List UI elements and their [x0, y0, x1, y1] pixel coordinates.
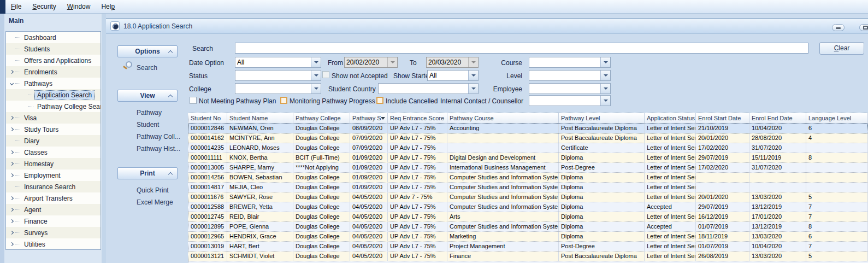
sidebar-item-surveys[interactable]: Surveys — [6, 227, 101, 238]
view-link-pathway-history[interactable]: Pathway Hist... — [137, 145, 180, 153]
include-cancelled-checkbox[interactable] — [376, 97, 383, 104]
sidebar-item-homestay[interactable]: Homestay — [6, 158, 101, 170]
table-row[interactable]: 0000012588BREWER, YettaDouglas College04… — [188, 202, 868, 212]
column-header-enrol-start-date[interactable]: Enrol Start Date — [696, 113, 749, 123]
table-row[interactable]: 0000012745REID, BlairDouglas College04/0… — [188, 212, 868, 222]
dropdown-arrow-icon[interactable] — [600, 96, 610, 106]
column-header-pathway-college[interactable]: Pathway College — [293, 113, 350, 123]
view-section-header[interactable]: View — [117, 90, 178, 102]
collapse-icon[interactable] — [8, 82, 15, 85]
sidebar-item-diary[interactable]: Diary — [6, 135, 101, 147]
column-header-pathway-level[interactable]: Pathway Level — [559, 113, 645, 123]
expand-icon[interactable] — [8, 220, 15, 223]
expand-icon[interactable] — [8, 71, 15, 73]
clear-button[interactable]: Clear — [819, 42, 864, 55]
column-header-req-entrance-score[interactable]: Req Entrance Score — [388, 113, 447, 123]
table-row[interactable]: 0000012846NEWMAN, OrenDouglas College08/… — [188, 124, 868, 133]
sidebar-item-agent[interactable]: Agent — [6, 204, 101, 215]
dropdown-arrow-icon[interactable] — [600, 57, 610, 67]
view-link-student[interactable]: Student — [137, 121, 159, 128]
cell-pathway-course — [447, 143, 559, 153]
sidebar-splitter[interactable] — [102, 14, 106, 263]
menu-item-security[interactable]: Security — [27, 0, 61, 14]
dropdown-arrow-icon[interactable] — [311, 84, 321, 93]
expand-icon[interactable] — [8, 151, 15, 154]
not-meeting-pathway-plan-checkbox[interactable] — [190, 97, 197, 104]
column-header-student-no[interactable]: Student No — [188, 113, 227, 123]
column-header-student-name[interactable]: Student Name — [227, 113, 293, 123]
sidebar-item-insurance-search[interactable]: Insurance Search — [6, 181, 101, 192]
sidebar-item-pathway-college-search[interactable]: Pathway College Search — [6, 101, 101, 112]
menu-item-file[interactable]: File — [5, 0, 27, 14]
table-row[interactable]: 0000013019HART, BertDouglas College04/05… — [188, 242, 868, 252]
search-input[interactable] — [235, 43, 808, 54]
expand-icon[interactable] — [8, 197, 15, 200]
search-action-link[interactable]: Search — [137, 64, 157, 72]
menu-item-help[interactable]: Help — [96, 0, 120, 14]
table-row[interactable]: 0000012895POPE, GlennaDouglas College04/… — [188, 222, 868, 232]
course-select[interactable] — [529, 57, 611, 68]
expand-icon[interactable] — [8, 116, 15, 119]
table-row[interactable]: 0000014235LEONARD, MosesDouglas College0… — [188, 143, 868, 153]
sidebar-item-enrolments[interactable]: Enrolments — [6, 66, 101, 78]
sidebar-item-pathways[interactable]: Pathways — [6, 78, 101, 89]
menu-item-window[interactable]: Window — [62, 0, 96, 14]
sidebar-item-study-tours[interactable]: Study Tours — [6, 124, 101, 135]
expand-icon[interactable] — [8, 243, 15, 246]
sidebar-item-visa[interactable]: Visa — [6, 112, 101, 124]
dropdown-arrow-icon[interactable] — [600, 84, 610, 93]
maximize-button[interactable] — [859, 24, 868, 31]
internal-contact-select[interactable] — [529, 95, 611, 106]
sidebar-item-employment[interactable]: Employment — [6, 170, 101, 181]
dropdown-arrow-icon[interactable] — [387, 57, 397, 67]
column-header-pathway-s[interactable]: Pathway S — [350, 113, 388, 123]
dropdown-arrow-icon[interactable] — [311, 57, 321, 67]
level-select[interactable] — [529, 70, 611, 81]
expand-icon[interactable] — [8, 208, 15, 211]
table-row[interactable]: 0000013005SHARPE, Marny****Not Applying0… — [188, 163, 868, 173]
minimize-button[interactable] — [832, 24, 845, 31]
show-not-accepted-checkbox[interactable] — [322, 71, 329, 78]
table-row[interactable]: 0000012965HENDRIX, GraceDouglas College0… — [188, 232, 868, 242]
view-link-pathway-college[interactable]: Pathway Coll... — [137, 133, 180, 141]
college-select[interactable] — [235, 83, 321, 94]
table-row[interactable]: 0000014817MEJIA, CleoDouglas College01/0… — [188, 183, 868, 192]
column-header-language-level[interactable]: Language Level — [806, 113, 868, 123]
status-select[interactable] — [235, 70, 321, 81]
sidebar-item-offers-and-applications[interactable]: Offers and Applications — [6, 55, 101, 66]
date-option-select[interactable]: All — [235, 57, 321, 68]
cell-language-level: 8 — [806, 222, 868, 231]
expand-icon[interactable] — [8, 174, 15, 177]
dropdown-arrow-icon[interactable] — [600, 71, 610, 80]
employee-select[interactable] — [529, 83, 611, 94]
table-row[interactable]: 0000013121SCHMIDT, VioletDouglas College… — [188, 252, 868, 261]
column-header-enrol-end-date[interactable]: Enrol End Date — [749, 113, 806, 123]
table-row[interactable]: 0000014256BOWEN, SebastianDouglas Colleg… — [188, 173, 868, 183]
expand-icon[interactable] — [8, 231, 15, 234]
sidebar-item-application-search[interactable]: Application Search — [6, 89, 101, 101]
expand-icon[interactable] — [8, 128, 15, 131]
view-link-pathway[interactable]: Pathway — [137, 109, 162, 116]
column-header-application-status[interactable]: Application Status — [645, 113, 696, 123]
table-row[interactable]: 0000014162MCINTYRE, AnnDouglas College07… — [188, 133, 868, 143]
table-row[interactable]: 0000011111KNOX, BerthaBCIT (Full-Time)01… — [188, 153, 868, 163]
options-header-label: Options — [135, 48, 160, 55]
options-section-header[interactable]: Options — [117, 45, 178, 57]
column-header-pathway-course[interactable]: Pathway Course — [447, 113, 559, 123]
sidebar-item-dashboard[interactable]: Dashboard — [6, 32, 101, 43]
expand-icon[interactable] — [8, 162, 15, 165]
sidebar-item-utilities[interactable]: Utilities — [6, 238, 101, 250]
sidebar-item-students[interactable]: Students — [6, 43, 101, 55]
print-section-header[interactable]: Print — [117, 167, 178, 179]
sidebar-item-airport-transfers[interactable]: Airport Transfers — [6, 192, 101, 204]
monitoring-pathway-progress-checkbox[interactable] — [280, 97, 287, 104]
sidebar-item-finance[interactable]: Finance — [6, 215, 101, 227]
print-link-quick-print[interactable]: Quick Print — [137, 186, 169, 194]
print-link-excel-merge[interactable]: Excel Merge — [137, 198, 173, 206]
cell-student-name: SCHMIDT, Violet — [227, 252, 293, 261]
from-date-select[interactable]: 20/02/2020 — [344, 57, 398, 68]
sidebar-item-classes[interactable]: Classes — [6, 147, 101, 158]
cell-language-level: 8 — [806, 153, 868, 162]
table-row[interactable]: 0000011676SAWYER, RoseDouglas College04/… — [188, 192, 868, 202]
dropdown-arrow-icon[interactable] — [311, 71, 321, 80]
